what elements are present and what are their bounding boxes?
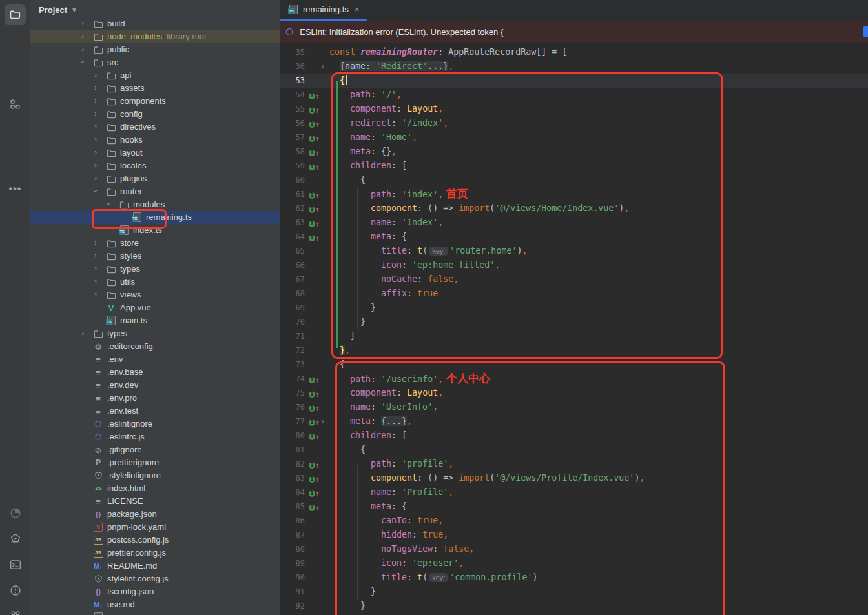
- profiler-icon[interactable]: [5, 502, 26, 523]
- tree-item-.stylelintignore[interactable]: .stylelintignore: [30, 469, 280, 482]
- line-number-58[interactable]: 58: [280, 145, 305, 159]
- code-line-91[interactable]: }: [329, 585, 376, 599]
- code-line-54[interactable]: path: '/',: [329, 88, 402, 102]
- code-line-76[interactable]: name: 'UserInfo',: [329, 400, 438, 414]
- tree-item-postcss.config.js[interactable]: JSpostcss.config.js: [30, 534, 280, 547]
- line-number-63[interactable]: 63: [280, 216, 305, 230]
- chevron-expanded-icon[interactable]: ›: [104, 201, 113, 207]
- tree-item-assets[interactable]: ›assets: [30, 82, 280, 95]
- code-line-70[interactable]: }: [329, 315, 366, 329]
- line-number-57[interactable]: 57: [280, 130, 305, 145]
- line-number-70[interactable]: 70: [280, 315, 305, 329]
- line-number-65[interactable]: 65: [280, 244, 305, 258]
- tree-item-prettier.config.js[interactable]: JSprettier.config.js: [30, 547, 280, 560]
- line-number-87[interactable]: 87: [280, 528, 305, 542]
- code-line-71[interactable]: ]: [329, 329, 355, 343]
- change-marker-icon[interactable]: 1↑: [309, 221, 320, 227]
- line-number-85[interactable]: 85: [280, 499, 305, 514]
- tree-item-plugins[interactable]: ›plugins: [30, 172, 280, 185]
- code-line-64[interactable]: meta: {: [329, 230, 407, 244]
- tree-item-hooks[interactable]: ›hooks: [30, 134, 280, 146]
- change-marker-icon[interactable]: 1↑: [309, 434, 320, 440]
- line-number-86[interactable]: 86: [280, 514, 305, 528]
- line-number-56[interactable]: 56: [280, 116, 305, 130]
- tree-item-clipped[interactable]: TS: [30, 611, 280, 615]
- chevron-collapsed-icon[interactable]: ›: [92, 277, 99, 286]
- code-line-75[interactable]: component: Layout,: [329, 386, 443, 400]
- tree-item-types[interactable]: ›types: [30, 263, 280, 276]
- tree-item-.gitignore[interactable]: ⊘.gitignore: [30, 443, 280, 456]
- tree-item-router[interactable]: ›router: [30, 185, 280, 198]
- tree-item-index.html[interactable]: <>index.html: [30, 482, 280, 495]
- code-line-67[interactable]: noCache: false,: [329, 272, 459, 287]
- code-line-72[interactable]: },: [329, 343, 350, 358]
- code-line-55[interactable]: component: Layout,: [329, 102, 443, 116]
- chevron-collapsed-icon[interactable]: ›: [92, 122, 99, 131]
- tree-item-stylelint.config.js[interactable]: stylelint.config.js: [30, 572, 280, 585]
- tree-item-types[interactable]: ›types: [30, 327, 280, 340]
- project-folder-icon[interactable]: [5, 4, 26, 25]
- more-tool-windows-icon[interactable]: •••: [5, 178, 26, 199]
- code-line-63[interactable]: name: 'Index',: [329, 216, 443, 230]
- chevron-collapsed-icon[interactable]: ›: [79, 45, 86, 54]
- line-number-66[interactable]: 66: [280, 258, 305, 272]
- tab-remaining-ts[interactable]: TS remaining.ts ×: [280, 0, 367, 19]
- line-number-71[interactable]: 71: [280, 329, 305, 343]
- code-line-89[interactable]: icon: 'ep:user',: [329, 556, 464, 570]
- line-number-84[interactable]: 84: [280, 485, 305, 499]
- change-marker-icon[interactable]: 1↑: [309, 107, 320, 114]
- tree-item-remaining.ts[interactable]: TSremaining.ts: [30, 211, 280, 224]
- code-line-57[interactable]: name: 'Home',: [329, 130, 417, 145]
- line-number-90[interactable]: 90: [280, 570, 305, 585]
- code-line-73[interactable]: {: [329, 358, 345, 372]
- tree-item-main.ts[interactable]: TSmain.ts: [30, 314, 280, 327]
- line-number-54[interactable]: 54: [280, 88, 305, 102]
- line-number-59[interactable]: 59: [280, 159, 305, 173]
- code-line-69[interactable]: }: [329, 301, 376, 315]
- code-line-85[interactable]: meta: {: [329, 499, 407, 514]
- chevron-collapsed-icon[interactable]: ›: [92, 70, 99, 79]
- code-line-82[interactable]: path: 'profile',: [329, 457, 453, 471]
- services-run-icon[interactable]: [5, 528, 26, 549]
- change-marker-icon[interactable]: 1↑: [309, 192, 320, 199]
- line-number-62[interactable]: 62: [280, 201, 305, 216]
- change-marker-icon[interactable]: 1↑: [309, 476, 320, 483]
- change-marker-icon[interactable]: 1↑: [309, 164, 320, 170]
- change-marker-icon[interactable]: 1↑: [309, 391, 320, 398]
- change-marker-icon[interactable]: 1↑: [309, 419, 320, 426]
- change-marker-icon[interactable]: 1↑: [309, 490, 320, 497]
- terminal-icon[interactable]: [5, 554, 26, 575]
- line-number-73[interactable]: 73: [280, 358, 305, 372]
- code-line-61[interactable]: path: 'index', 首页: [329, 187, 468, 201]
- code-area[interactable]: 35const remainingRouter: AppRouteRecordR…: [280, 43, 868, 615]
- chevron-collapsed-icon[interactable]: ›: [79, 328, 86, 338]
- project-panel-header[interactable]: Project ▼: [30, 0, 280, 19]
- line-number-36[interactable]: 36: [280, 59, 305, 74]
- code-line-59[interactable]: children: [: [329, 159, 407, 173]
- chevron-collapsed-icon[interactable]: ›: [92, 251, 99, 260]
- tree-item-pnpm-lock.yaml[interactable]: Ypnpm-lock.yaml: [30, 521, 280, 534]
- line-number-55[interactable]: 55: [280, 102, 305, 116]
- code-line-58[interactable]: meta: {},: [329, 145, 397, 159]
- tree-item-config[interactable]: ›config: [30, 108, 280, 121]
- code-line-87[interactable]: hidden: true,: [329, 528, 448, 542]
- line-number-74[interactable]: 74: [280, 372, 305, 386]
- chevron-collapsed-icon[interactable]: ›: [92, 109, 99, 118]
- chevron-collapsed-icon[interactable]: ›: [92, 96, 99, 105]
- chevron-collapsed-icon[interactable]: ›: [92, 135, 99, 144]
- line-number-60[interactable]: 60: [280, 173, 305, 187]
- change-marker-icon[interactable]: 1↑: [309, 121, 320, 128]
- chevron-collapsed-icon[interactable]: ›: [92, 161, 99, 170]
- line-number-80[interactable]: 80: [280, 428, 305, 443]
- code-line-60[interactable]: {: [329, 173, 366, 187]
- close-icon[interactable]: ×: [355, 5, 360, 14]
- code-line-86[interactable]: canTo: true,: [329, 514, 443, 528]
- tree-item-package.json[interactable]: {}package.json: [30, 508, 280, 521]
- tree-item-LICENSE[interactable]: ≡LICENSE: [30, 495, 280, 508]
- code-line-84[interactable]: name: 'Profile',: [329, 485, 453, 499]
- code-line-62[interactable]: component: () => import('@/views/Home/In…: [329, 201, 629, 216]
- code-line-53[interactable]: {: [329, 74, 347, 88]
- tree-item-modules[interactable]: ›modules: [30, 198, 280, 211]
- code-line-35[interactable]: const remainingRouter: AppRouteRecordRaw…: [329, 45, 567, 59]
- tree-item-directives[interactable]: ›directives: [30, 121, 280, 134]
